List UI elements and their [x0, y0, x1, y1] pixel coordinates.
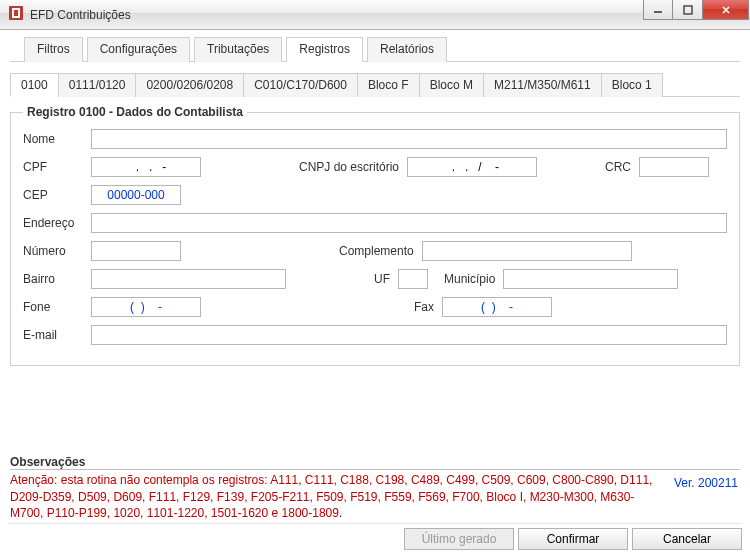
group-legend: Registro 0100 - Dados do Contabilista	[23, 105, 247, 119]
label-fone: Fone	[23, 300, 83, 314]
label-municipio: Município	[444, 272, 495, 286]
svg-rect-3	[14, 8, 18, 10]
label-uf: UF	[374, 272, 390, 286]
window-title: EFD Contribuições	[30, 8, 131, 22]
endereco-input[interactable]	[91, 213, 727, 233]
label-numero: Número	[23, 244, 83, 258]
subtab-0111-0120[interactable]: 0111/0120	[58, 73, 137, 97]
label-cnpj: CNPJ do escritório	[299, 160, 399, 174]
observacoes-body: Atenção: esta rotina não contempla os re…	[10, 472, 658, 521]
label-bairro: Bairro	[23, 272, 83, 286]
svg-rect-1	[12, 8, 14, 18]
close-button[interactable]	[703, 0, 749, 20]
sub-tab-bar: 0100 0111/0120 0200/0206/0208 C010/C170/…	[10, 72, 740, 97]
label-crc: CRC	[605, 160, 631, 174]
email-input[interactable]	[91, 325, 727, 345]
complemento-input[interactable]	[422, 241, 632, 261]
cep-input[interactable]	[91, 185, 181, 205]
crc-input[interactable]	[639, 157, 709, 177]
subtab-bloco-f[interactable]: Bloco F	[357, 73, 420, 97]
app-icon	[8, 5, 24, 24]
label-complemento: Complemento	[339, 244, 414, 258]
tab-configuracoes[interactable]: Configurações	[87, 37, 190, 62]
footer-bar: Último gerado Confirmar Cancelar	[8, 523, 742, 550]
tab-relatorios[interactable]: Relatórios	[367, 37, 447, 62]
top-tab-bar: Filtros Configurações Tributações Regist…	[10, 36, 740, 62]
cpf-input[interactable]	[91, 157, 201, 177]
label-cpf: CPF	[23, 160, 83, 174]
label-endereco: Endereço	[23, 216, 83, 230]
bairro-input[interactable]	[91, 269, 286, 289]
subtab-m211-m350-m611[interactable]: M211/M350/M611	[483, 73, 602, 97]
subtab-0200-0206-0208[interactable]: 0200/0206/0208	[135, 73, 244, 97]
maximize-button[interactable]	[673, 0, 703, 20]
tab-filtros[interactable]: Filtros	[24, 37, 83, 62]
svg-rect-5	[684, 6, 692, 14]
cnpj-input[interactable]	[407, 157, 537, 177]
label-cep: CEP	[23, 188, 83, 202]
label-fax: Fax	[414, 300, 434, 314]
fone-input[interactable]	[91, 297, 201, 317]
minimize-button[interactable]	[643, 0, 673, 20]
cancelar-button[interactable]: Cancelar	[632, 528, 742, 550]
label-nome: Nome	[23, 132, 83, 146]
subtab-bloco-1[interactable]: Bloco 1	[601, 73, 663, 97]
subtab-c010-c170-d600[interactable]: C010/C170/D600	[243, 73, 358, 97]
numero-input[interactable]	[91, 241, 181, 261]
ultimo-gerado-button[interactable]: Último gerado	[404, 528, 514, 550]
confirmar-button[interactable]: Confirmar	[518, 528, 628, 550]
svg-rect-2	[18, 8, 20, 18]
observacoes-title: Observações	[10, 455, 740, 470]
tab-tributacoes[interactable]: Tributações	[194, 37, 282, 62]
nome-input[interactable]	[91, 129, 727, 149]
municipio-input[interactable]	[503, 269, 678, 289]
window-controls	[643, 0, 750, 29]
fax-input[interactable]	[442, 297, 552, 317]
svg-rect-4	[14, 16, 18, 18]
uf-input[interactable]	[398, 269, 428, 289]
title-bar: EFD Contribuições	[0, 0, 750, 30]
tab-registros[interactable]: Registros	[286, 37, 363, 62]
version-label: Ver. 200211	[674, 472, 740, 490]
title-bar-left: EFD Contribuições	[8, 5, 131, 24]
label-email: E-mail	[23, 328, 83, 342]
subtab-0100[interactable]: 0100	[10, 73, 59, 97]
group-registro-0100: Registro 0100 - Dados do Contabilista No…	[10, 105, 740, 366]
subtab-bloco-m[interactable]: Bloco M	[419, 73, 484, 97]
